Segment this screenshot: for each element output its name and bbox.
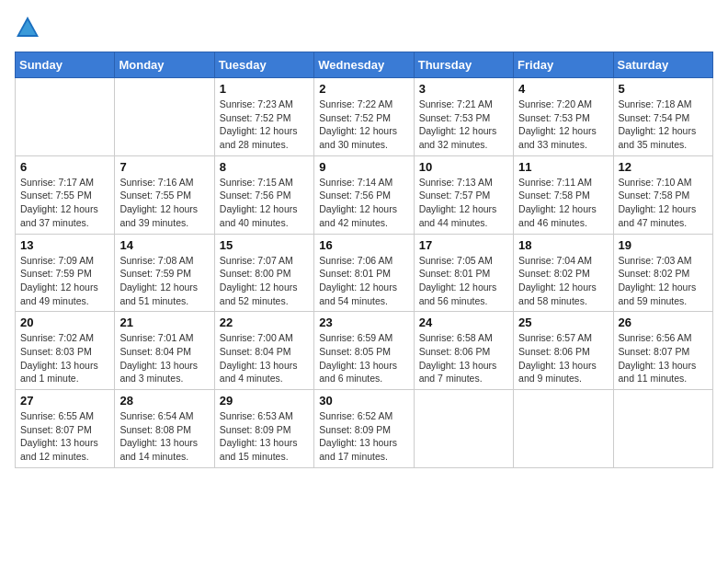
calendar-day-cell: 9Sunrise: 7:14 AM Sunset: 7:56 PM Daylig… [314,155,414,234]
calendar-day-cell: 19Sunrise: 7:03 AM Sunset: 8:02 PM Dayli… [613,234,712,312]
calendar-day-cell: 28Sunrise: 6:54 AM Sunset: 8:08 PM Dayli… [115,390,214,468]
calendar-day-header: Thursday [414,52,513,78]
calendar-week-row: 27Sunrise: 6:55 AM Sunset: 8:07 PM Dayli… [16,390,713,468]
day-info: Sunrise: 6:56 AM Sunset: 8:07 PM Dayligh… [619,331,708,385]
logo [15,15,44,40]
day-number: 8 [220,160,309,174]
calendar-week-row: 1Sunrise: 7:23 AM Sunset: 7:52 PM Daylig… [16,78,713,156]
calendar-day-cell: 2Sunrise: 7:22 AM Sunset: 7:52 PM Daylig… [314,78,414,156]
day-number: 10 [419,160,508,174]
calendar-day-cell [115,78,214,156]
calendar-week-row: 6Sunrise: 7:17 AM Sunset: 7:55 PM Daylig… [16,155,713,234]
day-info: Sunrise: 6:54 AM Sunset: 8:08 PM Dayligh… [119,409,209,464]
logo-icon [15,15,40,40]
day-info: Sunrise: 7:04 AM Sunset: 8:02 PM Dayligh… [518,254,608,308]
day-number: 15 [220,238,309,252]
day-number: 27 [20,394,109,408]
day-info: Sunrise: 7:15 AM Sunset: 7:56 PM Dayligh… [220,176,309,230]
calendar-day-cell: 26Sunrise: 6:56 AM Sunset: 8:07 PM Dayli… [613,312,712,390]
day-number: 30 [319,394,408,408]
calendar-day-cell: 1Sunrise: 7:23 AM Sunset: 7:52 PM Daylig… [214,78,313,156]
day-number: 16 [319,238,408,252]
day-info: Sunrise: 7:18 AM Sunset: 7:54 PM Dayligh… [619,98,708,152]
day-number: 11 [518,160,608,174]
day-number: 25 [518,316,608,329]
day-info: Sunrise: 6:57 AM Sunset: 8:06 PM Dayligh… [518,331,608,385]
calendar-day-cell [613,390,712,468]
day-info: Sunrise: 6:55 AM Sunset: 8:07 PM Dayligh… [20,409,109,464]
day-number: 28 [119,394,209,408]
day-info: Sunrise: 7:21 AM Sunset: 7:53 PM Dayligh… [419,98,508,152]
page-header [15,15,713,40]
day-number: 2 [319,82,408,96]
calendar-day-cell: 17Sunrise: 7:05 AM Sunset: 8:01 PM Dayli… [414,234,513,312]
calendar-day-cell: 5Sunrise: 7:18 AM Sunset: 7:54 PM Daylig… [613,78,712,156]
calendar-day-header: Tuesday [214,52,313,78]
calendar-day-cell [414,390,513,468]
calendar-day-cell: 4Sunrise: 7:20 AM Sunset: 7:53 PM Daylig… [514,78,613,156]
calendar-week-row: 20Sunrise: 7:02 AM Sunset: 8:03 PM Dayli… [16,312,713,390]
day-info: Sunrise: 6:53 AM Sunset: 8:09 PM Dayligh… [220,409,309,464]
calendar-day-header: Friday [514,52,613,78]
calendar-day-header: Sunday [16,52,115,78]
calendar-day-header: Saturday [613,52,712,78]
day-info: Sunrise: 7:00 AM Sunset: 8:04 PM Dayligh… [220,331,309,385]
calendar-day-cell: 3Sunrise: 7:21 AM Sunset: 7:53 PM Daylig… [414,78,513,156]
day-number: 3 [419,82,508,96]
day-info: Sunrise: 7:23 AM Sunset: 7:52 PM Dayligh… [220,98,309,152]
calendar-day-header: Wednesday [314,52,414,78]
calendar-day-cell: 20Sunrise: 7:02 AM Sunset: 8:03 PM Dayli… [16,312,115,390]
day-number: 9 [319,160,408,174]
day-info: Sunrise: 7:06 AM Sunset: 8:01 PM Dayligh… [319,254,408,308]
day-number: 12 [619,160,708,174]
calendar-day-cell [514,390,613,468]
day-info: Sunrise: 7:02 AM Sunset: 8:03 PM Dayligh… [20,331,109,385]
day-info: Sunrise: 7:14 AM Sunset: 7:56 PM Dayligh… [319,176,408,230]
calendar-day-cell: 30Sunrise: 6:52 AM Sunset: 8:09 PM Dayli… [314,390,414,468]
day-info: Sunrise: 7:01 AM Sunset: 8:04 PM Dayligh… [119,331,209,385]
day-info: Sunrise: 7:20 AM Sunset: 7:53 PM Dayligh… [518,98,608,152]
calendar-day-cell: 6Sunrise: 7:17 AM Sunset: 7:55 PM Daylig… [16,155,115,234]
day-number: 24 [419,316,508,329]
calendar-day-cell: 21Sunrise: 7:01 AM Sunset: 8:04 PM Dayli… [115,312,214,390]
calendar-day-cell: 27Sunrise: 6:55 AM Sunset: 8:07 PM Dayli… [16,390,115,468]
day-number: 17 [419,238,508,252]
calendar-header-row: SundayMondayTuesdayWednesdayThursdayFrid… [16,52,713,78]
day-info: Sunrise: 7:16 AM Sunset: 7:55 PM Dayligh… [119,176,209,230]
calendar-day-cell: 10Sunrise: 7:13 AM Sunset: 7:57 PM Dayli… [414,155,513,234]
day-number: 19 [619,238,708,252]
day-number: 21 [119,316,209,329]
day-info: Sunrise: 7:13 AM Sunset: 7:57 PM Dayligh… [419,176,508,230]
day-number: 26 [619,316,708,329]
calendar-day-cell: 7Sunrise: 7:16 AM Sunset: 7:55 PM Daylig… [115,155,214,234]
calendar-day-cell: 24Sunrise: 6:58 AM Sunset: 8:06 PM Dayli… [414,312,513,390]
calendar-day-cell: 13Sunrise: 7:09 AM Sunset: 7:59 PM Dayli… [16,234,115,312]
calendar-table: SundayMondayTuesdayWednesdayThursdayFrid… [15,52,713,468]
day-info: Sunrise: 6:58 AM Sunset: 8:06 PM Dayligh… [419,331,508,385]
calendar-day-cell: 29Sunrise: 6:53 AM Sunset: 8:09 PM Dayli… [214,390,313,468]
day-number: 13 [20,238,109,252]
day-number: 14 [119,238,209,252]
day-info: Sunrise: 7:09 AM Sunset: 7:59 PM Dayligh… [20,254,109,308]
calendar-day-cell: 22Sunrise: 7:00 AM Sunset: 8:04 PM Dayli… [214,312,313,390]
day-info: Sunrise: 6:52 AM Sunset: 8:09 PM Dayligh… [319,409,408,464]
day-number: 5 [619,82,708,96]
day-number: 20 [20,316,109,329]
calendar-week-row: 13Sunrise: 7:09 AM Sunset: 7:59 PM Dayli… [16,234,713,312]
calendar-day-cell: 11Sunrise: 7:11 AM Sunset: 7:58 PM Dayli… [514,155,613,234]
calendar-day-cell: 14Sunrise: 7:08 AM Sunset: 7:59 PM Dayli… [115,234,214,312]
calendar-day-cell: 15Sunrise: 7:07 AM Sunset: 8:00 PM Dayli… [214,234,313,312]
calendar-day-cell: 12Sunrise: 7:10 AM Sunset: 7:58 PM Dayli… [613,155,712,234]
day-info: Sunrise: 7:10 AM Sunset: 7:58 PM Dayligh… [619,176,708,230]
day-number: 23 [319,316,408,329]
day-number: 6 [20,160,109,174]
calendar-day-cell [16,78,115,156]
calendar-day-cell: 16Sunrise: 7:06 AM Sunset: 8:01 PM Dayli… [314,234,414,312]
day-number: 1 [220,82,309,96]
day-info: Sunrise: 7:08 AM Sunset: 7:59 PM Dayligh… [119,254,209,308]
day-number: 18 [518,238,608,252]
day-info: Sunrise: 7:03 AM Sunset: 8:02 PM Dayligh… [619,254,708,308]
calendar-day-cell: 23Sunrise: 6:59 AM Sunset: 8:05 PM Dayli… [314,312,414,390]
day-number: 4 [518,82,608,96]
day-number: 22 [220,316,309,329]
